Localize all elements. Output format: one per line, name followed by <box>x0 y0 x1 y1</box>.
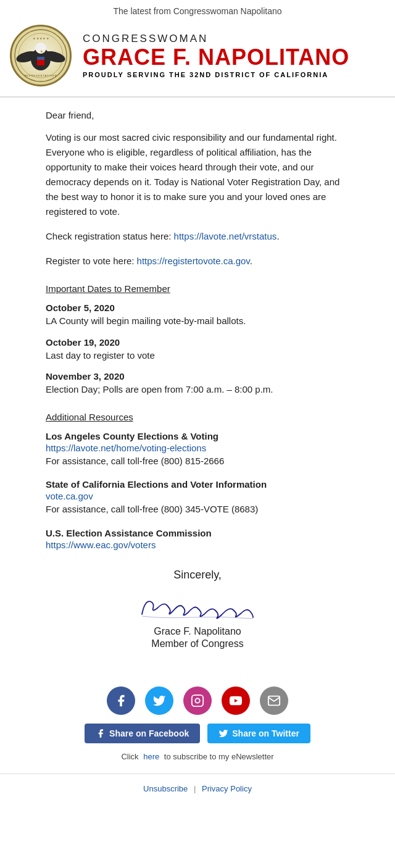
share-facebook-button[interactable]: Share on Facebook <box>85 724 200 743</box>
date-desc-1: LA County will begin mailing vote-by-mai… <box>46 314 349 328</box>
date-label-2: October 19, 2020 <box>46 337 349 348</box>
register-link[interactable]: https://registertovote.ca.gov <box>137 256 250 266</box>
resource-block-3: U.S. Election Assistance Commission http… <box>46 528 349 550</box>
sig-title: Member of Congress <box>46 638 349 649</box>
additional-resources-title: Additional Resources <box>46 412 349 422</box>
congresswoman-name: GRACE F. NAPOLITANO <box>83 45 349 70</box>
share-twitter-button[interactable]: Share on Twitter <box>207 724 310 743</box>
share-twitter-label: Share on Twitter <box>232 728 299 738</box>
resource-phone-2: For assistance, call toll-free (800) 345… <box>46 503 349 517</box>
svg-rect-11 <box>192 695 203 706</box>
logo-container: ★ ★ ★ ★ ★ REPRESENTATIVES <box>10 25 72 86</box>
header-text-block: CONGRESSWOMAN GRACE F. NAPOLITANO PROUDL… <box>83 33 349 78</box>
email-icon[interactable] <box>260 686 288 715</box>
resource-title-3: U.S. Election Assistance Commission <box>46 528 349 538</box>
subscribe-line: Click here to subscribe to my eNewslette… <box>0 752 395 761</box>
facebook-icon[interactable] <box>107 686 135 715</box>
privacy-policy-link[interactable]: Privacy Policy <box>202 784 252 793</box>
unsubscribe-link[interactable]: Unsubscribe <box>143 784 188 793</box>
top-bar-text: The latest from Congresswoman Napolitano <box>113 6 281 16</box>
share-facebook-label: Share on Facebook <box>109 728 189 738</box>
greeting: Dear friend, <box>46 110 349 120</box>
sig-name: Grace F. Napolitano <box>46 626 349 637</box>
check-registration-link[interactable]: https://lavote.net/vrstatus <box>174 231 277 241</box>
svg-text:★ ★ ★ ★ ★: ★ ★ ★ ★ ★ <box>33 36 49 40</box>
footer: Unsubscribe | Privacy Policy <box>0 774 395 806</box>
eagle-svg: ★ ★ ★ ★ ★ REPRESENTATIVES <box>14 28 68 83</box>
important-dates-title: Important Dates to Remember <box>46 283 349 294</box>
resource-link-2[interactable]: vote.ca.gov <box>46 491 349 501</box>
resource-link-3[interactable]: https://www.eac.gov/voters <box>46 540 349 550</box>
resource-link-1[interactable]: https://lavote.net/home/voting-elections <box>46 443 349 453</box>
twitter-icon[interactable] <box>145 686 173 715</box>
signature-svg <box>130 586 265 624</box>
resource-title-2: State of California Elections and Voter … <box>46 479 349 490</box>
subscribe-link[interactable]: here <box>143 752 159 761</box>
share-row: Share on Facebook Share on Twitter <box>0 724 395 743</box>
date-desc-3: Election Day; Polls are open from 7:00 a… <box>46 383 349 397</box>
date-label-1: October 5, 2020 <box>46 303 349 313</box>
date-block-3: November 3, 2020 Election Day; Polls are… <box>46 371 349 397</box>
youtube-icon[interactable] <box>222 686 250 715</box>
svg-rect-8 <box>37 57 44 60</box>
main-content: Dear friend, Voting is our most sacred c… <box>0 98 395 674</box>
header: ★ ★ ★ ★ ★ REPRESENTATIVES CONGRESSWOMAN … <box>0 20 395 98</box>
sincerely-text: Sincerely, <box>46 569 349 582</box>
check-registration-line: Check registration status here: https://… <box>46 229 349 244</box>
resource-phone-1: For assistance, call toll-free (800) 815… <box>46 454 349 469</box>
svg-text:REPRESENTATIVES: REPRESENTATIVES <box>24 74 57 77</box>
date-label-3: November 3, 2020 <box>46 371 349 382</box>
instagram-icon[interactable] <box>183 686 212 715</box>
resources-section: Additional Resources Los Angeles County … <box>46 412 349 550</box>
date-block-2: October 19, 2020 Last day to register to… <box>46 337 349 363</box>
congresswoman-label: CONGRESSWOMAN <box>83 33 349 45</box>
register-line: Register to vote here: https://registert… <box>46 254 349 269</box>
signature-image <box>46 586 349 624</box>
date-desc-2: Last day to register to vote <box>46 349 349 363</box>
footer-separator: | <box>194 784 196 793</box>
resource-block-1: Los Angeles County Elections & Voting ht… <box>46 431 349 469</box>
house-seal: ★ ★ ★ ★ ★ REPRESENTATIVES <box>10 25 72 86</box>
resource-block-2: State of California Elections and Voter … <box>46 479 349 517</box>
body-paragraph: Voting is our most sacred civic responsi… <box>46 130 349 219</box>
date-block-1: October 5, 2020 LA County will begin mai… <box>46 303 349 328</box>
district-label: PROUDLY SERVING THE 32ND DISTRICT OF CAL… <box>83 71 349 78</box>
top-bar: The latest from Congresswoman Napolitano <box>0 0 395 20</box>
resource-title-1: Los Angeles County Elections & Voting <box>46 431 349 441</box>
social-icons-row <box>0 686 395 715</box>
